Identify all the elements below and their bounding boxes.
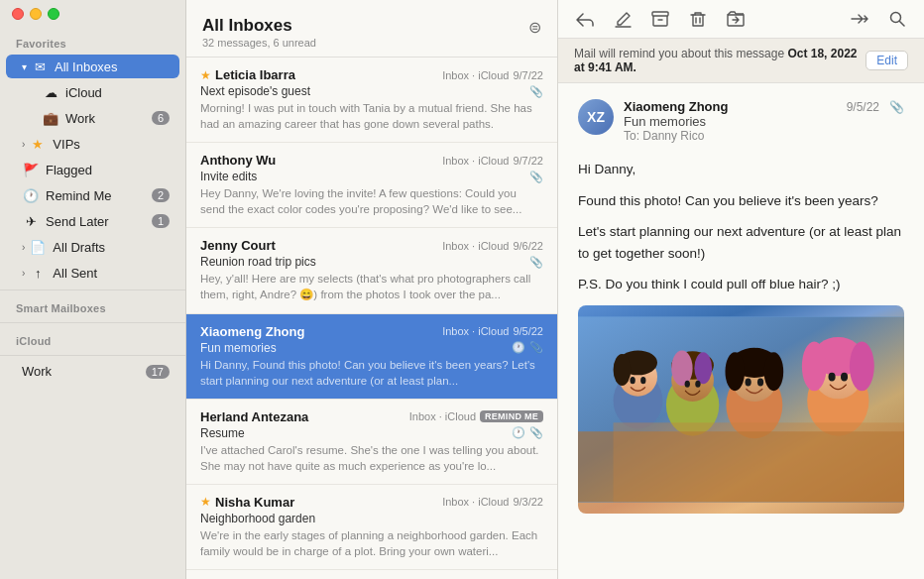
sidebar-item-work[interactable]: 💼 Work 6 (6, 106, 179, 130)
email-to: To: Danny Rico (624, 129, 904, 143)
email-from-name: Xiaomeng Zhong (624, 99, 728, 114)
svg-point-28 (746, 378, 751, 386)
chevron-right-icon: › (22, 139, 25, 150)
svg-point-23 (850, 342, 874, 392)
move-button[interactable] (725, 8, 747, 30)
email-line-3: P.S. Do you think I could pull off blue … (578, 274, 904, 295)
divider (0, 355, 185, 356)
message-meta: Inbox · iCloud 9/3/22 (442, 496, 543, 508)
message-item[interactable]: Jenny Court Inbox · iCloud 9/6/22 Reunio… (186, 228, 557, 313)
sidebar-item-label: VIPs (53, 137, 170, 152)
star-filled-icon: ★ (200, 495, 211, 509)
sender-name: Anthony Wu (200, 153, 442, 168)
compose-button[interactable] (612, 8, 634, 30)
svg-point-22 (802, 342, 827, 392)
draft-icon: 📄 (29, 238, 47, 256)
attachment-icon: 📎 (529, 341, 543, 354)
attachment-icon: 📎 (529, 256, 543, 269)
sidebar-item-vips[interactable]: › ★ VIPs (6, 132, 179, 156)
message-subject: Invite edits 📎 (200, 170, 543, 183)
sidebar-item-flagged[interactable]: 🚩 Flagged (6, 158, 179, 181)
reminder-text: Mail will remind you about this message … (574, 47, 866, 74)
email-date: 9/5/22 (847, 100, 879, 114)
trash-button[interactable] (687, 8, 709, 30)
work-group-label: Work (22, 364, 146, 379)
sent-icon: ↑ (29, 264, 47, 282)
message-meta: Inbox · iCloud REMIND ME (409, 410, 543, 422)
svg-point-25 (640, 377, 645, 384)
message-item[interactable]: ★ Nisha Kumar Inbox · iCloud 9/3/22 Neig… (186, 485, 557, 570)
favorites-label: Favorites (0, 30, 185, 54)
svg-point-31 (841, 373, 848, 382)
sidebar-item-label: Send Later (46, 214, 152, 229)
message-list-title: All Inboxes (202, 16, 316, 36)
star-icon: ★ (29, 135, 47, 153)
date-label: 9/6/22 (513, 240, 543, 252)
message-item[interactable]: Anthony Wu Inbox · iCloud 9/7/22 Invite … (186, 143, 557, 228)
fullscreen-button[interactable] (48, 8, 59, 20)
sidebar-item-label: Flagged (46, 163, 170, 177)
svg-point-13 (694, 352, 712, 384)
cloud-icon: ☁ (42, 83, 59, 101)
sidebar-item-work-group[interactable]: Work 17 (6, 361, 179, 382)
sidebar-item-all-drafts[interactable]: › 📄 All Drafts (6, 235, 179, 259)
sidebar-item-all-sent[interactable]: › ↑ All Sent (6, 261, 179, 285)
date-label: 9/7/22 (513, 69, 543, 81)
more-button[interactable] (849, 8, 870, 30)
sidebar-item-remind-me[interactable]: 🕐 Remind Me 2 (6, 183, 179, 207)
message-list-subtitle: 32 messages, 6 unread (202, 37, 316, 49)
messages-scroll[interactable]: ★ Leticia Ibarra Inbox · iCloud 9/7/22 N… (186, 58, 557, 579)
message-preview: We're in the early stages of planning a … (200, 527, 543, 559)
subject-text: Neighborhood garden (200, 512, 315, 525)
sender-name: Xiaomeng Zhong (200, 324, 442, 339)
email-greeting: Hi Danny, (578, 159, 904, 180)
message-item[interactable]: ★ Leticia Ibarra Inbox · iCloud 9/7/22 N… (186, 58, 557, 143)
edit-reminder-button[interactable]: Edit (866, 51, 908, 70)
filter-button[interactable]: ⊜ (528, 18, 541, 37)
sender-name: Jenny Court (200, 238, 442, 253)
svg-point-30 (829, 373, 836, 382)
remind-me-badge: 2 (152, 188, 170, 202)
email-header-info: Xiaomeng Zhong 9/5/22 📎 Fun memories To:… (624, 99, 904, 143)
clock-icon: 🕐 (22, 186, 40, 204)
minimize-button[interactable] (30, 8, 42, 20)
send-icon: ✈ (22, 212, 40, 230)
sender-name: Leticia Ibarra (215, 67, 442, 82)
traffic-lights (12, 8, 59, 20)
svg-rect-33 (614, 422, 904, 502)
message-item-top: Xiaomeng Zhong Inbox · iCloud 9/5/22 (200, 324, 543, 339)
archive-button[interactable] (649, 8, 671, 30)
svg-point-12 (671, 350, 692, 386)
sidebar-item-icloud[interactable]: ☁ iCloud (6, 80, 179, 104)
sidebar-item-all-inboxes[interactable]: ▾ ✉ All Inboxes (6, 55, 179, 78)
svg-rect-0 (652, 12, 668, 16)
message-preview: I've attached Carol's resume. She's the … (200, 442, 543, 474)
message-item-top: Anthony Wu Inbox · iCloud 9/7/22 (200, 153, 543, 168)
attachment-icon: 📎 (529, 426, 543, 439)
subject-text: Fun memories (200, 341, 277, 355)
message-item[interactable]: Herland Antezana Inbox · iCloud REMIND M… (186, 400, 557, 485)
date-label: 9/3/22 (513, 496, 543, 508)
sidebar-item-send-later[interactable]: ✈ Send Later 1 (6, 209, 179, 233)
message-item-selected[interactable]: Xiaomeng Zhong Inbox · iCloud 9/5/22 Fun… (186, 314, 557, 400)
message-item[interactable]: Rigo Rangel Inbox 9/2/22 Park Photos 📎 H… (186, 570, 557, 579)
envelope-icon: ✉ (31, 58, 49, 75)
message-preview: Hey Danny, We're loving the invite! A fe… (200, 185, 543, 217)
divider (0, 290, 185, 290)
chevron-down-icon: ▾ (22, 61, 27, 72)
message-preview: Hey, y'all! Here are my selects (that's … (200, 271, 543, 302)
remind-me-badge: REMIND ME (480, 410, 543, 422)
search-button[interactable] (886, 8, 908, 30)
sender-name: Herland Antezana (200, 409, 409, 424)
clock-small-icon: 🕐 (512, 341, 525, 354)
mailbox-label: Inbox · iCloud (442, 325, 509, 337)
email-attachment-icon: 📎 (889, 100, 904, 114)
close-button[interactable] (12, 8, 24, 20)
mailbox-label: Inbox · iCloud (442, 240, 509, 252)
message-subject: Next episode's guest 📎 (200, 84, 543, 98)
reply-button[interactable] (574, 8, 596, 30)
sidebar: Favorites ▾ ✉ All Inboxes ☁ iCloud 💼 Wor… (0, 0, 186, 579)
email-photo (578, 305, 904, 514)
sender-name: Nisha Kumar (215, 495, 442, 510)
sidebar-item-label: All Sent (53, 266, 170, 281)
